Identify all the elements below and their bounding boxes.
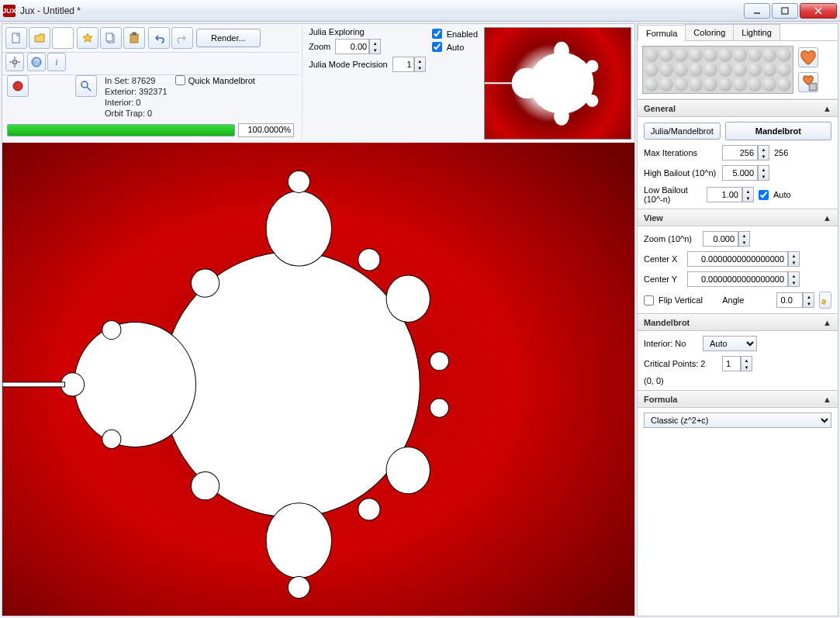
preset-cell[interactable]: [659, 78, 673, 91]
preset-cell[interactable]: [689, 78, 703, 91]
center-x-spinner[interactable]: ▲▼: [788, 251, 800, 267]
tab-coloring[interactable]: Coloring: [685, 24, 734, 40]
preset-cell[interactable]: [777, 78, 791, 91]
critical-points-spinner[interactable]: ▲▼: [741, 356, 752, 371]
heart-save-icon[interactable]: [798, 72, 818, 92]
progress-bar: [7, 124, 235, 136]
svg-rect-26: [485, 82, 512, 84]
preset-cell[interactable]: [659, 48, 673, 62]
collapse-icon[interactable]: ▲: [823, 213, 831, 223]
preset-cell[interactable]: [674, 78, 688, 91]
collapse-icon[interactable]: ▲: [823, 395, 831, 404]
flip-vertical-checkbox[interactable]: [644, 295, 654, 306]
julia-precision-input[interactable]: [392, 57, 414, 72]
julia-zoom-spinner[interactable]: ▲▼: [369, 39, 381, 54]
preset-cell[interactable]: [645, 63, 659, 77]
preset-cell[interactable]: [703, 78, 717, 91]
paste-icon[interactable]: [123, 27, 145, 49]
high-bailout-spinner[interactable]: ▲▼: [758, 165, 769, 181]
open-file-icon[interactable]: [29, 27, 50, 49]
new-file-icon[interactable]: [5, 27, 27, 49]
center-x-label: Center X: [644, 254, 683, 264]
maximize-button[interactable]: [772, 3, 798, 19]
zoom-icon[interactable]: [75, 75, 97, 97]
preset-cell[interactable]: [748, 63, 762, 77]
julia-precision-spinner[interactable]: ▲▼: [414, 57, 426, 72]
preset-cell[interactable]: [674, 63, 688, 77]
preset-cell[interactable]: [703, 63, 717, 77]
tab-lighting[interactable]: Lighting: [733, 24, 780, 40]
center-y-input[interactable]: [687, 271, 788, 287]
preset-grid[interactable]: [642, 46, 793, 94]
center-x-input[interactable]: [687, 251, 788, 267]
max-iter-spinner[interactable]: ▲▼: [758, 145, 769, 161]
highlighter-icon[interactable]: [819, 292, 831, 309]
info-icon[interactable]: i: [47, 53, 66, 71]
preset-cell[interactable]: [689, 63, 703, 77]
preset-cell[interactable]: [777, 48, 791, 62]
interior-select[interactable]: Auto: [703, 336, 757, 351]
preset-cell[interactable]: [748, 78, 762, 91]
preset-cell[interactable]: [762, 48, 776, 62]
preview-thumbnail[interactable]: [484, 27, 631, 140]
section-view: View▲ Zoom (10^n) ▲▼ Center X ▲▼ Center …: [638, 209, 838, 313]
julia-auto-checkbox[interactable]: [432, 42, 442, 52]
julia-title: Julia Exploring: [309, 27, 426, 36]
favorite-icon[interactable]: [77, 27, 99, 49]
low-bailout-input[interactable]: [707, 187, 742, 202]
preset-cell[interactable]: [733, 78, 747, 91]
collapse-icon[interactable]: ▲: [823, 104, 831, 113]
preset-cell[interactable]: [733, 48, 747, 62]
julia-mandelbrot-button[interactable]: Julia/Mandelbrot: [644, 123, 721, 140]
formula-select[interactable]: Classic (z^2+c): [644, 413, 831, 428]
angle-spinner[interactable]: ▲▼: [803, 292, 814, 308]
preset-cell[interactable]: [645, 48, 659, 62]
low-bailout-spinner[interactable]: ▲▼: [742, 187, 754, 202]
preset-cell[interactable]: [703, 48, 717, 62]
window-title: Jux - Untitled *: [20, 5, 744, 16]
undo-icon[interactable]: [148, 27, 170, 49]
preset-cell[interactable]: [762, 78, 776, 91]
julia-zoom-input[interactable]: [335, 39, 369, 54]
stop-icon[interactable]: [7, 75, 29, 97]
help-icon[interactable]: ?: [27, 53, 46, 71]
preset-cell[interactable]: [659, 63, 673, 77]
minimize-button[interactable]: [744, 3, 770, 19]
center-y-spinner[interactable]: ▲▼: [788, 271, 800, 287]
view-zoom-input[interactable]: [703, 231, 738, 247]
preset-cell[interactable]: [718, 78, 732, 91]
collapse-icon[interactable]: ▲: [823, 318, 831, 327]
preset-cell[interactable]: [718, 63, 732, 77]
tab-formula[interactable]: Formula: [638, 25, 686, 41]
blank-icon[interactable]: [52, 27, 74, 49]
svg-point-41: [430, 399, 448, 417]
preset-cell[interactable]: [777, 63, 791, 77]
svg-point-17: [13, 81, 22, 91]
preset-cell[interactable]: [718, 48, 732, 62]
critical-points-input[interactable]: [722, 356, 741, 371]
quick-mandelbrot-checkbox[interactable]: [175, 75, 185, 85]
max-iter-input[interactable]: [722, 145, 758, 161]
close-button[interactable]: [800, 3, 837, 19]
low-bailout-auto-checkbox[interactable]: [759, 190, 769, 200]
redo-icon[interactable]: [171, 27, 193, 49]
render-canvas[interactable]: [2, 143, 634, 616]
render-button[interactable]: Render...: [196, 29, 261, 47]
copy-icon[interactable]: [100, 27, 122, 49]
svg-rect-8: [133, 33, 136, 35]
svg-point-44: [102, 320, 121, 339]
preset-cell[interactable]: [674, 48, 688, 62]
mode-display[interactable]: Mandelbrot: [725, 122, 831, 140]
angle-input[interactable]: [776, 292, 803, 308]
julia-enabled-checkbox[interactable]: [432, 29, 442, 39]
svg-point-36: [191, 269, 219, 297]
preset-cell[interactable]: [645, 78, 659, 91]
preset-cell[interactable]: [733, 63, 747, 77]
high-bailout-input[interactable]: [722, 165, 758, 181]
gear-icon[interactable]: [5, 53, 24, 71]
preset-cell[interactable]: [689, 48, 703, 62]
preset-cell[interactable]: [748, 48, 762, 62]
preset-cell[interactable]: [762, 63, 776, 77]
heart-icon[interactable]: [798, 47, 818, 67]
view-zoom-spinner[interactable]: ▲▼: [738, 231, 750, 247]
